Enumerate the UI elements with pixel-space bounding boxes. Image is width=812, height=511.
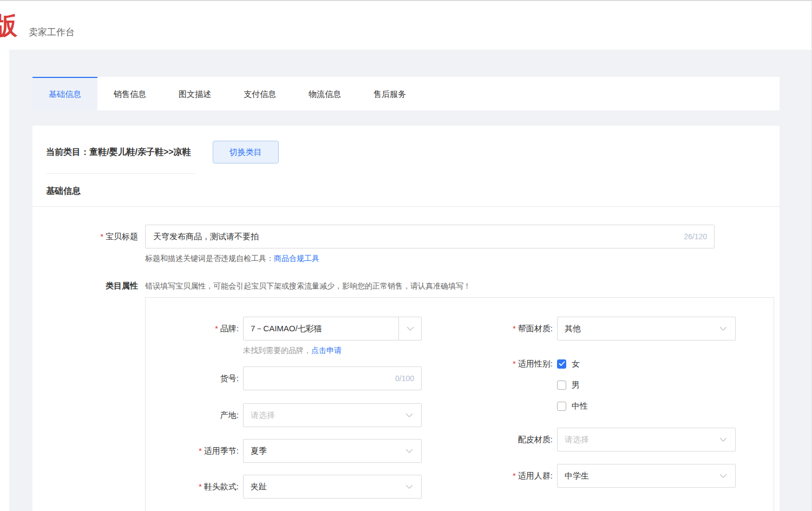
apply-brand-link[interactable]: 点击申请 — [311, 346, 342, 355]
field-label-text: 宝贝标题 — [106, 232, 138, 241]
title-helper-row: 标题和描述关键词是否违规自检工具：商品合规工具 — [145, 253, 780, 264]
tab-label: 图文描述 — [179, 89, 211, 100]
tab-label: 基础信息 — [49, 89, 81, 100]
attributes-box: *品牌: 7－CAIMAO/七彩猫 — [145, 297, 774, 511]
current-category-row: 当前类目：童鞋/婴儿鞋/亲子鞋>>凉鞋 切换类目 — [32, 126, 780, 165]
required-asterisk: * — [100, 232, 103, 241]
top-bar: 版 卖家工作台 — [0, 1, 811, 50]
main-area: 基础信息 销售信息 图文描述 支付信息 物流信息 售后服务 当前类目：童鞋/婴儿… — [9, 50, 811, 511]
tab-label: 物流信息 — [309, 89, 341, 100]
tab-basic-info[interactable]: 基础信息 — [32, 77, 97, 110]
category-attrs-warning: 错误填写宝贝属性，可能会引起宝贝下架或搜索流量减少，影响您的正常销售，请认真准确… — [145, 280, 471, 292]
required-asterisk: * — [199, 446, 202, 455]
required-asterisk: * — [215, 324, 218, 333]
field-label-text: 配皮材质: — [518, 435, 553, 444]
field-label-text: 适用人群: — [518, 471, 553, 480]
field-label-text: 帮面材质: — [518, 324, 553, 333]
origin-select-placeholder: 请选择 — [251, 410, 275, 421]
season-select[interactable]: 夏季 — [243, 439, 422, 463]
field-label-text: 鞋头款式: — [204, 482, 239, 491]
required-asterisk: * — [199, 482, 202, 491]
tab-payment-info[interactable]: 支付信息 — [227, 77, 292, 110]
gender-option-neutral[interactable]: 中性 — [557, 399, 736, 412]
upper-material-select-value: 其他 — [565, 324, 581, 334]
origin-row: *产地: 请选择 — [146, 403, 449, 427]
checkbox-neutral[interactable] — [557, 402, 566, 411]
field-label-text: 品牌: — [220, 324, 239, 333]
checkbox-label: 中性 — [572, 401, 588, 411]
brand-row: *品牌: 7－CAIMAO/七彩猫 — [146, 317, 449, 340]
basic-info-card: 当前类目：童鞋/婴儿鞋/亲子鞋>>凉鞋 切换类目 基础信息 *宝贝标题 26/ — [32, 126, 780, 511]
category-attrs-label: 类目属性 — [32, 280, 138, 292]
brand-select[interactable]: 7－CAIMAO/七彩猫 — [243, 317, 422, 340]
category-attrs-row: 类目属性 错误填写宝贝属性，可能会引起宝贝下架或搜索流量减少，影响您的正常销售，… — [32, 280, 780, 292]
season-select-value: 夏季 — [251, 446, 267, 456]
item-number-counter: 0/100 — [395, 366, 414, 390]
gender-checkbox-group: 女 男 — [557, 357, 736, 412]
checkbox-label: 男 — [572, 380, 580, 390]
audience-label: *适用人群: — [449, 464, 553, 488]
toe-style-select-value: 夹趾 — [251, 482, 267, 492]
category-divider — [46, 173, 195, 174]
section-title: 基础信息 — [46, 185, 766, 198]
chevron-down-icon — [711, 464, 735, 487]
gender-row: *适用性别: 女 — [449, 357, 774, 412]
tab-label: 售后服务 — [374, 89, 406, 100]
item-number-row: *货号: 0/100 — [146, 366, 449, 390]
upper-material-row: *帮面材质: 其他 — [449, 317, 774, 340]
brand-label: *品牌: — [146, 317, 239, 340]
chevron-down-icon — [397, 404, 421, 427]
tab-bar: 基础信息 销售信息 图文描述 支付信息 物流信息 售后服务 — [32, 77, 780, 110]
toe-style-select[interactable]: 夹趾 — [243, 475, 422, 499]
upper-material-label: *帮面材质: — [449, 317, 553, 340]
title-helper-text: 标题和描述关键词是否违规自检工具： — [145, 254, 274, 263]
field-label-text: 适用季节: — [204, 446, 239, 455]
gender-label: *适用性别: — [449, 357, 553, 412]
tab-after-sales[interactable]: 售后服务 — [357, 77, 422, 110]
item-number-label: *货号: — [146, 366, 239, 390]
toe-style-row: *鞋头款式: 夹趾 — [146, 475, 449, 499]
field-label-text: 产地: — [220, 410, 239, 420]
gender-option-male[interactable]: 男 — [557, 378, 736, 391]
tab-image-text[interactable]: 图文描述 — [162, 77, 227, 110]
leather-material-label: *配皮材质: — [449, 428, 553, 451]
toe-style-label: *鞋头款式: — [146, 475, 239, 499]
site-title: 卖家工作台 — [29, 26, 75, 38]
title-char-counter: 26/120 — [684, 225, 707, 248]
compliance-tool-link[interactable]: 商品合规工具 — [274, 254, 319, 263]
season-row: *适用季节: 夏季 — [146, 439, 449, 463]
tab-label: 销售信息 — [114, 89, 146, 100]
brand-helper-row: 未找到需要的品牌，点击申请 — [243, 345, 449, 356]
leather-material-select[interactable]: 请选择 — [557, 428, 736, 451]
audience-select[interactable]: 中学生 — [557, 464, 736, 488]
checkbox-female[interactable] — [557, 359, 566, 369]
current-category-label: 当前类目：童鞋/婴儿鞋/亲子鞋>>凉鞋 — [46, 147, 191, 158]
switch-category-button[interactable]: 切换类目 — [213, 141, 279, 163]
chevron-down-icon — [398, 317, 421, 340]
brand-logo: 版 — [0, 12, 17, 39]
chevron-down-icon — [711, 317, 735, 340]
product-title-field: 26/120 — [145, 225, 715, 248]
origin-select[interactable]: 请选择 — [243, 403, 422, 427]
season-label: *适用季节: — [146, 439, 239, 463]
leather-material-row: *配皮材质: 请选择 — [449, 428, 774, 451]
checkbox-male[interactable] — [557, 381, 566, 390]
brand-helper-text: 未找到需要的品牌， — [243, 346, 311, 355]
required-asterisk: * — [513, 324, 516, 333]
upper-material-select[interactable]: 其他 — [557, 317, 736, 340]
leather-material-placeholder: 请选择 — [565, 435, 589, 445]
attributes-right-column: *帮面材质: 其他 — [449, 317, 774, 488]
tab-sales-info[interactable]: 销售信息 — [97, 77, 162, 110]
gender-option-female[interactable]: 女 — [557, 357, 736, 370]
product-title-row: *宝贝标题 26/120 — [32, 225, 780, 248]
chevron-down-icon — [711, 428, 735, 451]
audience-select-value: 中学生 — [565, 471, 589, 481]
tab-logistics-info[interactable]: 物流信息 — [292, 77, 357, 110]
audience-row: *适用人群: 中学生 — [449, 464, 774, 488]
required-asterisk: * — [513, 471, 516, 480]
required-asterisk: * — [513, 359, 516, 368]
product-title-label: *宝贝标题 — [32, 225, 138, 248]
field-label-text: 适用性别: — [518, 359, 553, 368]
product-title-input[interactable] — [145, 225, 715, 248]
checkbox-label: 女 — [572, 359, 580, 369]
